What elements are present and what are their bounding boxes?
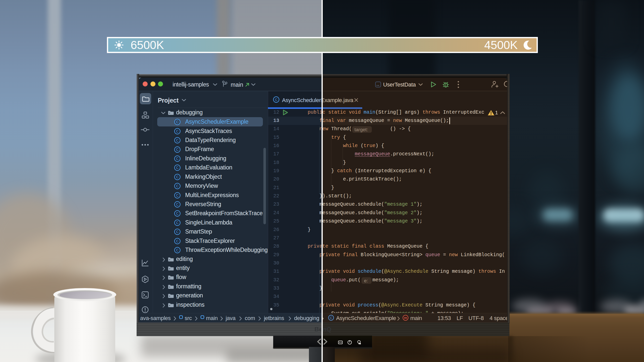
svg-text:C: C [176,202,179,206]
svg-text:C: C [176,138,179,142]
svg-text:C: C [176,248,179,252]
svg-text:C: C [176,148,179,152]
svg-text:C: C [176,230,179,234]
svg-text:C: C [176,239,179,243]
svg-text:m: m [404,316,407,320]
svg-text:C: C [176,211,179,215]
svg-text:C: C [176,175,179,179]
svg-text:C: C [176,221,179,225]
svg-text:C: C [176,193,179,197]
svg-text:C: C [176,157,179,161]
svg-text:C: C [275,98,277,102]
svg-text:C: C [330,316,332,320]
svg-text:C: C [176,166,179,170]
svg-text:C: C [176,120,179,124]
svg-text:C: C [176,129,179,133]
svg-text:C: C [176,184,179,188]
